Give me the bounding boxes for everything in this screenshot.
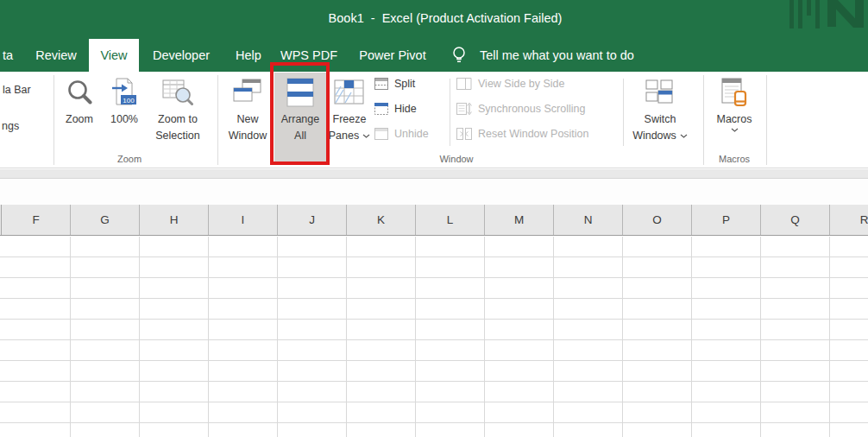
spreadsheet-grid[interactable] [0,237,868,437]
split-icon [374,78,388,90]
hide-icon [374,103,388,115]
column-header-row: F G H I J K L M N O P Q R [0,205,868,236]
zoom-button[interactable]: Zoom [57,73,102,156]
chevron-down-icon [362,134,370,138]
group-divider [703,75,704,165]
macros-icon [721,73,747,111]
inner-divider [450,79,450,146]
tab-help[interactable]: Help [226,39,271,72]
split-button[interactable]: Split [374,76,415,92]
macros-button[interactable]: Macros [710,73,758,156]
window-title: Book1 - Excel (Product Activation Failed… [329,11,563,25]
magnifier-icon [66,73,92,111]
formula-bar-checkbox-label[interactable]: la Bar [3,84,31,96]
zoom-to-selection-icon [162,73,193,111]
view-side-by-side-icon [456,77,472,91]
inner-divider [623,79,624,146]
group-divider [217,75,218,165]
tell-me-box[interactable]: Tell me what you want to do [480,39,634,72]
tab-power-pivot[interactable]: Power Pivot [352,39,433,72]
macros-group-label: Macros [719,154,750,164]
column-header-q[interactable]: Q [761,205,830,235]
reset-window-position-button: Reset Window Position [456,126,589,142]
freeze-panes-icon [334,73,365,111]
column-header-p[interactable]: P [692,205,761,235]
column-header-g[interactable]: G [71,205,140,235]
tab-view[interactable]: View [89,39,139,72]
tab-review[interactable]: Review [29,39,83,72]
new-window-button[interactable]: New Window [223,73,272,156]
headings-checkbox-label[interactable]: ngs [2,120,19,132]
excel-window: Book1 - Excel (Product Activation Failed… [0,0,868,437]
column-header-f[interactable]: F [2,205,71,235]
lightbulb-icon [451,45,467,66]
watermark-logo-icon [789,0,865,29]
column-header-o[interactable]: O [623,205,692,235]
ribbon-tab-row: ta Review View Developer Help WPS PDF Po… [0,39,868,72]
window-group-label: Window [439,154,473,164]
column-header-l[interactable]: L [416,205,485,235]
unhide-icon [374,128,388,140]
unhide-button: Unhide [374,126,429,142]
column-header-h[interactable]: H [140,205,209,235]
group-divider [766,75,767,165]
column-header-j[interactable]: J [278,205,347,235]
tab-developer[interactable]: Developer [146,39,217,72]
synchronous-scrolling-button: Synchronous Scrolling [456,101,585,117]
title-bar: Book1 - Excel (Product Activation Failed… [0,0,868,39]
svg-text:100: 100 [123,97,135,104]
group-divider [53,75,54,165]
chevron-down-icon [680,134,688,138]
ribbon: la Bar ngs Zoom 100 [0,72,868,168]
zoom-group-label: Zoom [117,154,142,164]
tab-data-partial[interactable]: ta [0,39,16,72]
view-side-by-side-button: View Side by Side [456,76,565,92]
formula-bar-strip[interactable] [0,180,868,205]
switch-windows-button[interactable]: Switch Windows [633,73,687,156]
column-header-i[interactable]: I [209,205,278,235]
arrange-all-highlight-box [270,62,330,165]
zoom-100-icon: 100 [110,73,138,111]
ribbon-bottom-strip [0,169,868,179]
column-header-m[interactable]: M [485,205,554,235]
synchronous-scrolling-icon [456,102,472,116]
freeze-panes-button[interactable]: Freeze Panes [324,73,374,156]
switch-windows-icon [645,73,675,111]
reset-window-position-icon [456,127,472,141]
zoom-to-selection-button[interactable]: Zoom to Selection [147,73,209,156]
column-header-r[interactable]: R [830,205,868,235]
hide-button[interactable]: Hide [374,101,417,117]
new-window-icon [233,73,262,111]
chevron-down-icon [731,128,739,132]
column-header-k[interactable]: K [347,205,416,235]
zoom-100-button[interactable]: 100 100% [102,73,147,156]
column-header-n[interactable]: N [554,205,623,235]
